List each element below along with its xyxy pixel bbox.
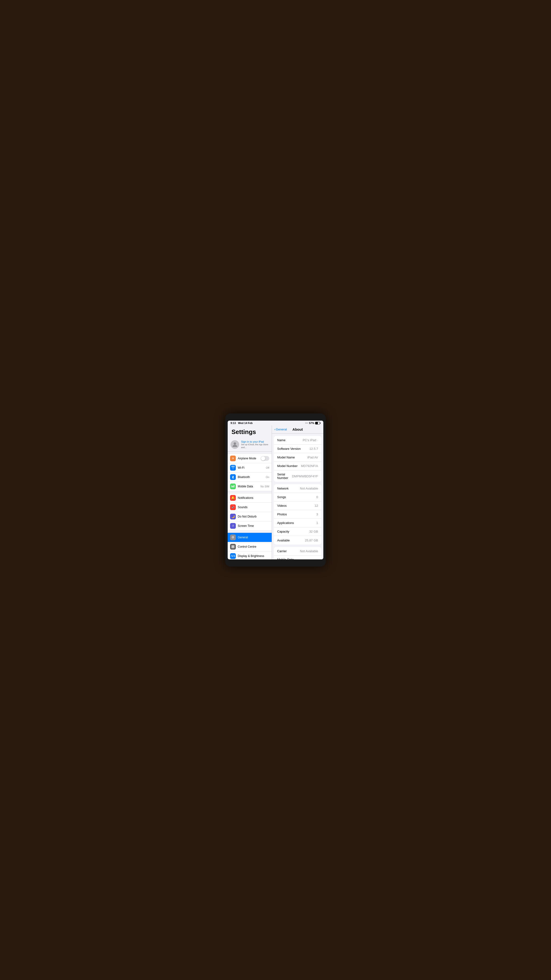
photos-value: 3 — [316, 512, 318, 516]
model-number-value: MD792NF/A — [301, 464, 318, 468]
status-time-date: 9:13 Wed 14 Feb — [230, 422, 252, 425]
sidebar-item-notifications[interactable]: 🔔 Notifications — [228, 493, 272, 503]
status-time: 9:13 — [230, 422, 236, 425]
battery-body — [315, 422, 320, 425]
about-row-name[interactable]: Name PC's iPad › — [274, 436, 321, 445]
sidebar-group-connectivity: ✈ Airplane Mode Wi-Fi Off — [228, 453, 272, 491]
sidebar-group-system: ⚙ General Control Centre AA Display & Br… — [228, 533, 272, 559]
svg-point-6 — [232, 547, 233, 548]
svg-rect-2 — [233, 486, 233, 487]
do-not-disturb-label: Do Not Disturb — [238, 515, 269, 518]
settings-title: Settings — [228, 425, 272, 438]
content-area: Settings Sign in to your iPad Set up iCl… — [228, 425, 323, 559]
profile-text: Sign in to your iPad Set up iCloud, the … — [241, 440, 269, 449]
about-row-photos: Photos 3 — [274, 510, 321, 519]
wifi-icon — [230, 465, 236, 471]
carrier-label: Carrier — [277, 549, 287, 553]
serial-label: Serial Number — [277, 473, 292, 480]
about-row-videos: Videos 12 — [274, 501, 321, 510]
carrier-value: Not Available — [300, 549, 318, 553]
svg-point-5 — [233, 545, 234, 546]
about-section-device: Name PC's iPad › Software Version 12.5.7… — [274, 436, 321, 482]
sidebar-item-bluetooth[interactable]: Bluetooth On — [228, 473, 272, 482]
about-row-software: Software Version 12.5.7 — [274, 445, 321, 453]
display-icon: AA — [230, 553, 236, 559]
network-value: Not Available — [300, 487, 318, 490]
bluetooth-value: On — [266, 476, 269, 479]
sidebar-item-screen-time[interactable]: ⏱ Screen Time — [228, 521, 272, 531]
capacity-value: 32 GB — [309, 530, 318, 533]
device-frame: 9:13 Wed 14 Feb ···· 57% Settings — [225, 414, 326, 566]
about-nav-bar: ‹ General About — [272, 425, 323, 434]
screen-time-label: Screen Time — [238, 524, 269, 528]
about-row-songs: Songs 0 — [274, 493, 321, 501]
model-name-value: iPad Air — [307, 455, 318, 459]
nav-back-button[interactable]: ‹ General — [274, 428, 287, 431]
battery-icon — [315, 422, 321, 425]
avatar — [230, 440, 239, 449]
wifi-label: Wi-Fi — [238, 466, 266, 469]
capacity-label: Capacity — [277, 530, 289, 533]
airplane-icon: ✈ — [230, 455, 236, 461]
name-label: Name — [277, 438, 286, 442]
profile-section[interactable]: Sign in to your iPad Set up iCloud, the … — [228, 438, 272, 452]
control-centre-label: Control Centre — [238, 545, 269, 548]
sidebar-item-control-centre[interactable]: Control Centre — [228, 542, 272, 552]
svg-point-0 — [233, 442, 236, 445]
bluetooth-icon — [230, 474, 236, 480]
screen-time-icon: ⏱ — [230, 523, 236, 529]
signal-dots: ···· — [305, 422, 308, 425]
do-not-disturb-icon: 🌙 — [230, 514, 236, 519]
name-value: PC's iPad › — [303, 438, 318, 442]
status-bar: 9:13 Wed 14 Feb ···· 57% — [228, 421, 323, 425]
photos-label: Photos — [277, 512, 287, 516]
about-row-applications: Applications 1 — [274, 519, 321, 527]
mobile-data-icon — [230, 484, 236, 489]
model-name-label: Model Name — [277, 455, 295, 459]
airplane-label: Airplane Mode — [238, 457, 261, 460]
songs-value: 0 — [316, 495, 318, 499]
applications-label: Applications — [277, 521, 294, 525]
svg-point-7 — [233, 547, 234, 548]
notifications-icon: 🔔 — [230, 495, 236, 501]
about-row-model-number: Model Number MD792NF/A — [274, 462, 321, 470]
videos-label: Videos — [277, 504, 287, 508]
videos-value: 12 — [315, 504, 318, 508]
sidebar-item-wifi[interactable]: Wi-Fi Off — [228, 463, 272, 473]
about-row-mobile-data-number: Mobile Data Number Unknown — [274, 555, 321, 559]
notifications-label: Notifications — [238, 496, 269, 500]
svg-rect-3 — [233, 485, 234, 487]
network-label: Network — [277, 487, 289, 490]
display-label: Display & Brightness — [238, 554, 269, 558]
battery-percent: 57% — [309, 422, 314, 425]
about-row-serial: Serial Number DMPMWBD5F4YF — [274, 470, 321, 482]
sidebar-item-general[interactable]: ⚙ General — [228, 533, 272, 542]
sounds-icon: 🔊 — [230, 504, 236, 510]
svg-rect-1 — [232, 485, 232, 487]
applications-value: 1 — [316, 521, 318, 525]
battery-tip — [320, 423, 321, 424]
sidebar-item-sounds[interactable]: 🔊 Sounds — [228, 503, 272, 512]
sidebar-item-airplane[interactable]: ✈ Airplane Mode — [228, 453, 272, 463]
sidebar-item-do-not-disturb[interactable]: 🌙 Do Not Disturb — [228, 512, 272, 521]
mobile-data-value: No SIM — [260, 485, 269, 488]
software-label: Software Version — [277, 447, 301, 450]
about-row-network: Network Not Available — [274, 484, 321, 493]
sidebar-item-display-brightness[interactable]: AA Display & Brightness — [228, 552, 272, 559]
available-value: 25,87 GB — [305, 539, 318, 542]
songs-label: Songs — [277, 495, 286, 499]
sidebar-item-mobile-data[interactable]: Mobile Data No SIM — [228, 482, 272, 491]
about-row-capacity: Capacity 32 GB — [274, 527, 321, 536]
svg-point-4 — [232, 545, 233, 546]
about-row-carrier: Carrier Not Available — [274, 547, 321, 555]
about-section-media: Network Not Available Songs 0 Videos 12 … — [274, 484, 321, 544]
serial-value: DMPMWBD5F4YF — [292, 474, 318, 478]
available-label: Available — [277, 539, 290, 542]
battery-fill — [316, 422, 318, 424]
status-right: ···· 57% — [305, 422, 321, 425]
right-panel: ‹ General About Name PC's iPad › — [272, 425, 323, 559]
status-date: Wed 14 Feb — [238, 422, 252, 425]
sounds-label: Sounds — [238, 506, 269, 509]
chevron-left-icon: ‹ — [274, 428, 275, 431]
airplane-toggle[interactable] — [261, 456, 269, 461]
